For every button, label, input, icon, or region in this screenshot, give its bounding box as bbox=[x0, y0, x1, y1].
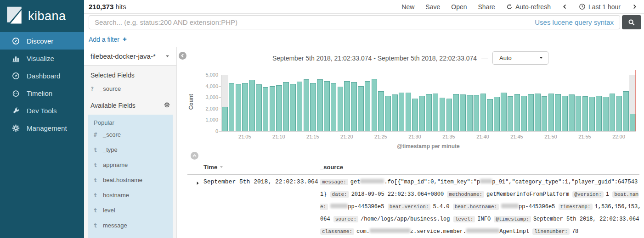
histogram-bar bbox=[433, 94, 439, 131]
sidebar-item-dev-tools[interactable]: Dev Tools bbox=[0, 102, 84, 119]
gauge-icon bbox=[11, 72, 20, 80]
y-tick-label: 5,000 bbox=[195, 72, 218, 77]
gear-icon[interactable] bbox=[164, 102, 170, 109]
x-tick-mark bbox=[636, 132, 636, 134]
kibana-logo[interactable]: kibana bbox=[0, 0, 84, 32]
histogram-bar bbox=[236, 84, 242, 131]
selected-field-_source[interactable]: ?_source bbox=[84, 82, 176, 96]
sort-caret-down-icon bbox=[219, 164, 224, 171]
field-name: hostname bbox=[103, 192, 129, 199]
field-_type[interactable]: t_type bbox=[88, 142, 173, 157]
time-back-button[interactable] bbox=[562, 4, 568, 10]
source-field-label: message: bbox=[320, 179, 348, 185]
open-button[interactable]: Open bbox=[451, 3, 467, 11]
sidebar-item-discover[interactable]: Discover bbox=[0, 32, 84, 50]
y-tick-label: 3,000 bbox=[195, 94, 218, 100]
field-hostname[interactable]: thostname bbox=[88, 188, 173, 203]
histogram-bar bbox=[338, 87, 344, 131]
redacted-text bbox=[370, 228, 410, 233]
histogram-bar bbox=[270, 86, 276, 131]
histogram-bar bbox=[406, 93, 412, 131]
sidebar-item-label: Discover bbox=[27, 37, 53, 45]
collapse-chart-button[interactable] bbox=[191, 152, 198, 161]
histogram-bar bbox=[542, 96, 548, 131]
histogram-bar bbox=[229, 83, 235, 131]
histogram-bar bbox=[358, 86, 364, 131]
histogram-chart[interactable] bbox=[221, 75, 636, 132]
histogram-bar bbox=[501, 93, 507, 131]
field-level[interactable]: tlevel bbox=[88, 203, 173, 218]
sidebar-item-visualize[interactable]: Visualize bbox=[0, 50, 84, 67]
x-tick-label: 21:35 bbox=[435, 134, 463, 139]
x-tick-mark bbox=[279, 132, 279, 134]
field-type-icon: t bbox=[94, 222, 98, 229]
bar-chart-icon bbox=[12, 55, 20, 62]
histogram-bar bbox=[392, 94, 398, 131]
sidebar-item-dashboard[interactable]: Dashboard bbox=[0, 67, 84, 84]
share-button[interactable]: Share bbox=[478, 3, 495, 11]
auto-refresh-button[interactable]: Auto-refresh bbox=[506, 3, 551, 11]
histogram-bar bbox=[365, 81, 371, 131]
x-tick-label: 21:25 bbox=[367, 134, 395, 139]
field-type-icon: t bbox=[94, 162, 98, 168]
compass-icon bbox=[12, 37, 20, 45]
histogram-bar bbox=[344, 81, 350, 131]
field-beat.hostname[interactable]: tbeat.hostname bbox=[88, 172, 173, 188]
x-tick-mark bbox=[313, 132, 313, 134]
popular-field-_score[interactable]: #_score bbox=[88, 127, 173, 142]
gear-icon bbox=[164, 102, 170, 108]
histogram-bar bbox=[440, 98, 446, 131]
sidebar-item-timelion[interactable]: Timelion bbox=[0, 84, 84, 102]
histogram-bar bbox=[290, 84, 296, 131]
source-field-value: INFO bbox=[477, 216, 491, 222]
row-timestamp: September 5th 2018, 22:02:33.064 bbox=[203, 178, 318, 185]
histogram-bar bbox=[446, 99, 452, 131]
caret-down-icon bbox=[539, 55, 543, 61]
interval-select[interactable]: Auto bbox=[492, 51, 548, 65]
timelion-icon bbox=[12, 89, 20, 97]
histogram-bar bbox=[460, 94, 466, 131]
popular-label: Popular bbox=[88, 116, 173, 127]
sidebar-item-management[interactable]: Management bbox=[0, 119, 84, 137]
lucene-syntax-link[interactable]: Uses lucene query syntax bbox=[535, 18, 614, 26]
field-message[interactable]: tmessage bbox=[88, 218, 173, 233]
histogram-bar bbox=[242, 83, 248, 131]
histogram-bar bbox=[351, 82, 357, 131]
add-filter-button[interactable]: Add a filter bbox=[89, 36, 119, 43]
histogram-bar bbox=[412, 99, 418, 131]
histogram-bar bbox=[324, 81, 330, 131]
search-icon bbox=[628, 19, 635, 26]
new-button[interactable]: New bbox=[401, 3, 414, 11]
caret-right-icon bbox=[195, 181, 200, 186]
index-pattern-selector[interactable]: filebeat-docker-java-* bbox=[84, 47, 176, 66]
expand-row-caret-icon[interactable] bbox=[195, 179, 200, 188]
field-source[interactable]: tsource bbox=[88, 233, 173, 238]
caret-down-icon bbox=[165, 54, 170, 59]
histogram-bar bbox=[276, 85, 282, 131]
caret-down-icon bbox=[219, 165, 224, 169]
field-name: _score bbox=[103, 131, 121, 138]
x-axis-label: @timestamp per minute bbox=[221, 143, 636, 149]
source-field-value: .fo[{"map_id":0,"item_key":"p bbox=[384, 179, 480, 185]
histogram-bar bbox=[304, 79, 310, 131]
time-forward-button[interactable] bbox=[632, 4, 638, 10]
sidebar-item-label: Visualize bbox=[27, 55, 54, 62]
search-button[interactable] bbox=[622, 15, 641, 29]
y-tick-label: 0 bbox=[195, 128, 218, 134]
source-field-label: classname: bbox=[320, 228, 354, 235]
source-field-value: AgentImpl bbox=[499, 228, 529, 235]
field-appname[interactable]: tappname bbox=[88, 157, 173, 172]
histogram-bar bbox=[474, 95, 480, 131]
wrench-icon bbox=[12, 107, 20, 115]
field-type-icon: t bbox=[94, 192, 98, 199]
time-picker-button[interactable]: Last 1 hour bbox=[579, 3, 621, 11]
table-header-time[interactable]: Time bbox=[203, 164, 224, 171]
collapse-sidebar-button[interactable] bbox=[179, 52, 186, 61]
x-tick-label: 21:50 bbox=[537, 134, 565, 139]
field-type-icon: t bbox=[94, 207, 98, 214]
save-button[interactable]: Save bbox=[425, 3, 440, 11]
current-time-marker bbox=[635, 70, 636, 131]
plus-icon[interactable] bbox=[122, 36, 127, 43]
y-tick-label: 4,000 bbox=[195, 83, 218, 89]
popular-fields-section: Popular #_score t_typetappnametbeat.host… bbox=[88, 115, 173, 238]
